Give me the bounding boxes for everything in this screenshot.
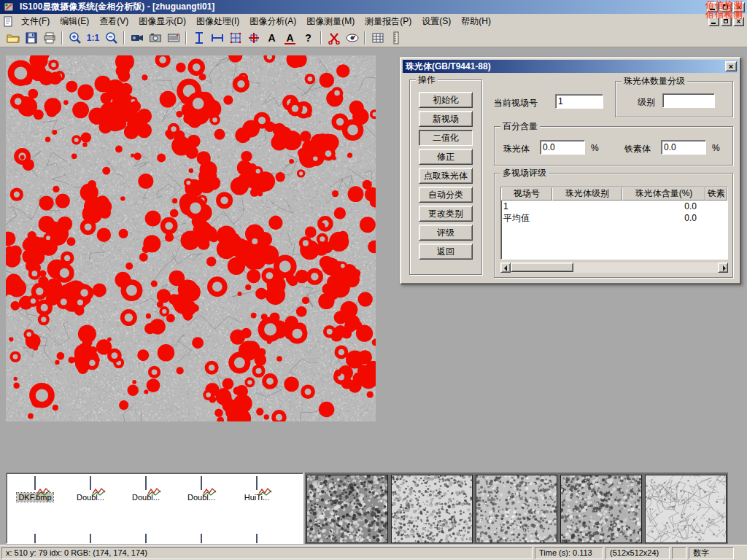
file-item-partial[interactable]: BMP bbox=[230, 534, 284, 544]
camera-button[interactable] bbox=[146, 30, 164, 46]
dialog-close-button[interactable]: × bbox=[725, 61, 737, 71]
file-item[interactable]: BMP HuiTi... bbox=[230, 477, 284, 503]
preview-button[interactable] bbox=[343, 30, 361, 46]
scissors-icon bbox=[327, 31, 341, 45]
file-item[interactable]: BMP Doubl... bbox=[119, 477, 173, 503]
red-underline bbox=[285, 43, 295, 44]
image-capture-button[interactable] bbox=[164, 30, 182, 46]
return-button[interactable]: 返回 bbox=[419, 244, 473, 260]
menu-item-help[interactable]: 帮助(H) bbox=[456, 13, 496, 30]
video-capture-button[interactable] bbox=[128, 30, 146, 46]
print-button[interactable] bbox=[40, 30, 58, 46]
auto-classify-button[interactable]: 自动分类 bbox=[419, 187, 473, 203]
file-item[interactable]: BMP DKF.bmp bbox=[8, 477, 62, 503]
scrollbar-track[interactable] bbox=[511, 262, 718, 273]
pick-pearlite-button[interactable]: 点取珠光体 bbox=[419, 168, 473, 184]
thumbnail-1[interactable] bbox=[306, 475, 388, 543]
mdi-minimize-button[interactable] bbox=[708, 17, 719, 26]
minimize-button[interactable] bbox=[707, 2, 719, 12]
save-button[interactable] bbox=[22, 30, 40, 46]
file-item-partial[interactable]: BMP bbox=[119, 534, 173, 544]
file-item-partial[interactable]: BMP bbox=[8, 534, 62, 544]
menu-item-settings[interactable]: 设置(S) bbox=[417, 13, 456, 30]
cut-button[interactable] bbox=[325, 30, 343, 46]
bmp-art-icon bbox=[92, 486, 107, 497]
toolbar: 1:1 A A ? bbox=[0, 29, 747, 47]
measure-cross-button[interactable] bbox=[244, 30, 263, 46]
scroll-left-button[interactable] bbox=[500, 262, 511, 273]
actual-size-button[interactable]: 1:1 bbox=[84, 30, 102, 46]
text-label-button[interactable]: A bbox=[263, 30, 281, 46]
mdi-restore-button[interactable] bbox=[721, 17, 732, 26]
col-pearlite-content[interactable]: 珠光体含量(%) bbox=[622, 187, 705, 201]
scrollbar-thumb[interactable] bbox=[511, 262, 573, 272]
bmp-file-icon: BMP bbox=[90, 476, 91, 490]
initialize-button[interactable]: 初始化 bbox=[419, 92, 473, 108]
table-row[interactable]: 1 0.0 bbox=[501, 201, 727, 212]
pearlite-dialog: 珠光体(GB/T9441-88) × 操作 初始化 新视场 二值化 修正 点取珠… bbox=[400, 57, 741, 284]
title-bar[interactable]: IS100显微摄像系统(金相分析版) - [zhuguangti01] × bbox=[0, 0, 747, 14]
rate-button[interactable]: 评级 bbox=[419, 225, 473, 241]
col-field-number[interactable]: 视场号 bbox=[501, 187, 552, 201]
rating-table-header: 视场号 珠光体级别 珠光体含量(%) 铁素 bbox=[501, 187, 727, 201]
open-button[interactable] bbox=[4, 30, 22, 46]
status-position: x: 510 y: 79 idx: 0 RGB: (174, 174, 174) bbox=[1, 547, 533, 559]
measure-vertical-button[interactable] bbox=[190, 30, 208, 46]
correct-button[interactable]: 修正 bbox=[419, 149, 473, 165]
status-image-size: (512x512x24) bbox=[605, 547, 670, 559]
menu-item-edit[interactable]: 编辑(E) bbox=[55, 13, 94, 30]
menu-item-view[interactable]: 查看(V) bbox=[94, 13, 133, 30]
menu-item-measure-report[interactable]: 测量报告(P) bbox=[360, 13, 417, 30]
document-icon[interactable] bbox=[3, 16, 15, 28]
new-field-button[interactable]: 新视场 bbox=[419, 111, 473, 127]
col-pearlite-grade[interactable]: 珠光体级别 bbox=[552, 187, 622, 201]
grade-input[interactable] bbox=[662, 93, 715, 108]
measure-grid-button[interactable] bbox=[226, 30, 244, 46]
camera-icon bbox=[148, 31, 163, 45]
current-field-input[interactable] bbox=[555, 94, 603, 109]
binarize-button[interactable]: 二值化 bbox=[419, 130, 473, 146]
table-row[interactable]: 平均值 0.0 bbox=[501, 212, 727, 224]
toolbar-separator bbox=[364, 31, 365, 44]
col-ferrite[interactable]: 铁素 bbox=[705, 187, 727, 201]
micrograph-image[interactable] bbox=[6, 55, 376, 421]
zoom-in-button[interactable] bbox=[66, 30, 84, 46]
zoom-out-button[interactable] bbox=[102, 30, 120, 46]
table-horizontal-scrollbar[interactable] bbox=[500, 262, 728, 273]
cell-field: 1 bbox=[501, 201, 552, 212]
pearlite-percent-input[interactable] bbox=[540, 140, 585, 155]
menu-item-image-measure[interactable]: 图像测量(M) bbox=[301, 13, 360, 30]
dialog-title-bar[interactable]: 珠光体(GB/T9441-88) × bbox=[403, 60, 738, 73]
thumbnail-4[interactable] bbox=[560, 475, 642, 543]
menu-item-image-display[interactable]: 图像显示(D) bbox=[133, 13, 191, 30]
thumbnail-2[interactable] bbox=[391, 475, 473, 543]
camcorder-icon bbox=[130, 31, 144, 45]
ruler-button[interactable] bbox=[387, 30, 405, 46]
letter-a-icon: A bbox=[268, 32, 275, 44]
app-icon bbox=[4, 1, 15, 13]
file-item-partial[interactable]: BMP bbox=[63, 534, 117, 544]
change-class-button[interactable]: 更改类别 bbox=[419, 206, 473, 222]
menu-item-image-process[interactable]: 图像处理(I) bbox=[191, 13, 244, 30]
file-item[interactable]: BMP Doubl... bbox=[63, 477, 117, 503]
status-spacer bbox=[672, 547, 686, 559]
ferrite-percent-input[interactable] bbox=[661, 140, 706, 155]
window-title: IS100显微摄像系统(金相分析版) - [zhuguangti01] bbox=[20, 1, 214, 13]
mdi-close-button[interactable]: × bbox=[733, 17, 744, 26]
file-item-partial[interactable]: BMP bbox=[174, 534, 228, 544]
measure-horizontal-button[interactable] bbox=[208, 30, 226, 46]
help-button[interactable]: ? bbox=[299, 30, 317, 46]
file-item[interactable]: BMP Doubl... bbox=[174, 477, 228, 503]
bmp-file-icon: BMP bbox=[145, 476, 147, 490]
thumbnail-5[interactable] bbox=[645, 475, 727, 543]
grading-group-label: 珠光体数量分级 bbox=[622, 76, 687, 86]
maximize-button[interactable] bbox=[720, 2, 732, 12]
menu-item-image-analysis[interactable]: 图像分析(A) bbox=[244, 13, 301, 30]
text-annotation-button[interactable]: A bbox=[281, 30, 299, 46]
grid-button[interactable] bbox=[368, 30, 387, 46]
menu-item-file[interactable]: 文件(F) bbox=[16, 13, 55, 30]
close-button[interactable]: × bbox=[733, 2, 745, 12]
thumbnail-3[interactable] bbox=[476, 475, 557, 543]
grade-label: 级别 bbox=[638, 96, 655, 109]
scroll-right-button[interactable] bbox=[718, 262, 728, 273]
